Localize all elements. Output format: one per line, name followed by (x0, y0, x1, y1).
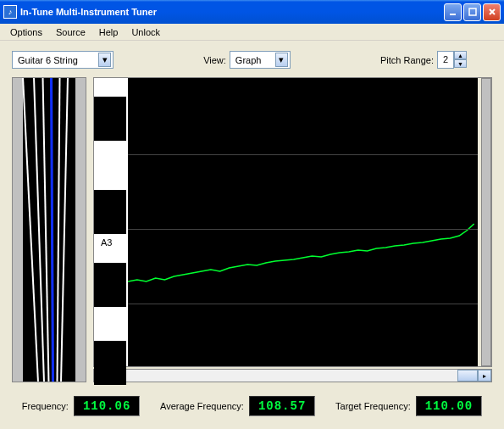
note-label: A3 (101, 237, 112, 248)
spin-up-button[interactable]: ▲ (454, 51, 467, 59)
pitch-trace (128, 78, 478, 366)
graph-top: A3 (93, 77, 492, 367)
pitch-range-value[interactable]: 2 (437, 51, 454, 69)
target-frequency-value: 110.00 (416, 396, 482, 416)
plot-area (128, 78, 478, 366)
graph-panel: A3 ◂ ▸ (93, 77, 492, 382)
strings-panel (12, 77, 86, 382)
svg-rect-1 (469, 8, 476, 15)
level-meter (481, 78, 491, 366)
window-controls (444, 3, 501, 21)
app-icon: ♪ (3, 5, 17, 19)
avg-frequency-readout: Average Frequency: 108.57 (160, 396, 315, 416)
svg-rect-0 (450, 14, 456, 15)
main-display: A3 ◂ ▸ (12, 77, 492, 382)
controls-row: Guitar 6 String ▾ View: Graph ▾ Pitch Ra… (12, 51, 492, 69)
target-frequency-readout: Target Frequency: 110.00 (335, 396, 482, 416)
frequency-readout: Frequency: 110.06 (22, 396, 140, 416)
instrument-value: Guitar 6 String (14, 55, 81, 65)
titlebar: ♪ In-Tune Multi-Instrument Tuner (0, 0, 504, 24)
spin-down-button[interactable]: ▼ (454, 59, 467, 68)
instrument-select[interactable]: Guitar 6 String ▾ (12, 51, 114, 69)
strings-graphic (23, 78, 75, 382)
avg-frequency-value: 108.57 (249, 396, 315, 416)
readouts-row: Frequency: 110.06 Average Frequency: 108… (12, 396, 492, 416)
pitch-range-label: Pitch Range: (380, 55, 434, 65)
close-button[interactable] (483, 3, 501, 21)
scroll-right-button[interactable]: ▸ (478, 370, 491, 382)
menu-help[interactable]: Help (92, 25, 125, 39)
view-select[interactable]: Graph ▾ (230, 51, 291, 69)
window-title: In-Tune Multi-Instrument Tuner (20, 7, 444, 17)
content-area: Guitar 6 String ▾ View: Graph ▾ Pitch Ra… (0, 41, 504, 426)
pitch-range-stepper[interactable]: 2 ▲ ▼ (437, 51, 467, 69)
menu-source[interactable]: Source (49, 25, 92, 39)
frequency-label: Frequency: (22, 401, 69, 411)
target-frequency-label: Target Frequency: (335, 401, 411, 411)
menubar: Options Source Help Unlock (0, 24, 504, 41)
frequency-value: 110.06 (74, 396, 140, 416)
chevron-down-icon: ▾ (98, 53, 111, 67)
view-value: Graph (232, 55, 265, 65)
menu-options[interactable]: Options (3, 25, 49, 39)
avg-frequency-label: Average Frequency: (160, 401, 244, 411)
scroll-track[interactable] (108, 370, 478, 382)
maximize-button[interactable] (463, 3, 481, 21)
scroll-thumb[interactable] (457, 370, 478, 382)
horizontal-scrollbar[interactable]: ◂ ▸ (93, 369, 492, 382)
view-label: View: (203, 55, 226, 65)
note-column: A3 (94, 78, 128, 366)
chevron-down-icon: ▾ (275, 53, 288, 67)
menu-unlock[interactable]: Unlock (125, 25, 167, 39)
minimize-button[interactable] (444, 3, 462, 21)
